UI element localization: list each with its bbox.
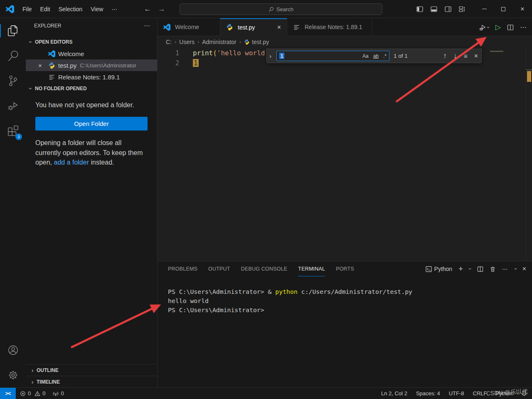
breadcrumb: C: › Users › Administrator › test.py	[158, 36, 532, 47]
activity-explorer[interactable]	[0, 18, 26, 43]
python-icon	[226, 24, 233, 31]
menu-more[interactable]: ⋯	[107, 3, 121, 15]
open-editor-welcome[interactable]: Welcome	[26, 48, 157, 59]
release-notes-icon	[293, 24, 300, 31]
find-widget: › 1 Aa ab .* 1 of 1 ↑ ↓ ≡ ×	[266, 49, 482, 63]
previous-match-icon[interactable]: ↑	[443, 52, 447, 60]
source-control-icon	[8, 76, 18, 86]
kill-terminal-icon[interactable]	[490, 266, 496, 272]
minimap	[490, 51, 503, 52]
no-folder-header[interactable]: › NO FOLDER OPENED	[26, 83, 157, 94]
command-center-search[interactable]: Search	[180, 3, 382, 15]
explorer-actions-icon[interactable]: ⋯	[144, 22, 150, 30]
breadcrumb-item[interactable]: Administrator	[202, 39, 236, 45]
breadcrumb-file[interactable]: test.py	[244, 39, 269, 45]
maximize-button[interactable]	[494, 0, 513, 18]
vscode-logo-icon	[6, 5, 14, 13]
tab-welcome[interactable]: Welcome	[158, 18, 220, 36]
problems-status[interactable]: 0 0	[20, 390, 45, 397]
search-icon	[8, 51, 18, 61]
forward-arrow-icon[interactable]: →	[158, 5, 165, 13]
panel-tab-output[interactable]: OUTPUT	[208, 262, 230, 276]
toggle-panel-icon[interactable]	[431, 6, 437, 12]
editor-more-actions-icon[interactable]: ⋯	[520, 23, 527, 31]
encoding[interactable]: UTF-8	[449, 390, 464, 397]
remote-indicator[interactable]: ><	[0, 388, 16, 399]
cursor-position[interactable]: Ln 2, Col 2	[381, 390, 407, 397]
run-debug-icon	[8, 101, 18, 111]
account-icon	[8, 345, 18, 355]
activity-source-control[interactable]	[0, 68, 26, 93]
outline-section[interactable]: › OUTLINE	[26, 364, 157, 376]
back-arrow-icon[interactable]: ←	[144, 5, 151, 13]
menu-edit[interactable]: Edit	[36, 3, 54, 15]
breadcrumb-item[interactable]: C:	[166, 39, 172, 45]
activity-bar: 3	[0, 18, 26, 387]
sidebar-explorer: EXPLORER ⋯ › OPEN EDITORS Welcome × test…	[26, 18, 158, 387]
activity-extensions[interactable]: 3	[0, 118, 26, 143]
regex-icon[interactable]: .*	[383, 53, 387, 59]
close-find-icon[interactable]: ×	[474, 52, 478, 60]
activity-settings[interactable]	[0, 362, 26, 387]
maximize-panel-icon[interactable]: ›	[512, 268, 518, 270]
panel-tab-terminal[interactable]: TERMINAL	[298, 262, 325, 276]
find-input[interactable]: 1 Aa ab .*	[276, 51, 389, 61]
menu-selection[interactable]: Selection	[54, 3, 87, 15]
terminal-content[interactable]: PS C:\Users\Administrator> & python c:/U…	[158, 276, 532, 315]
terminal-shell-selector[interactable]: Python	[426, 266, 453, 272]
menu-file[interactable]: File	[18, 3, 36, 15]
add-folder-link[interactable]: add a folder	[54, 159, 89, 166]
panel-tab-debug-console[interactable]: DEBUG CONSOLE	[241, 262, 288, 276]
tab-testpy[interactable]: test.py ×	[220, 18, 287, 36]
overview-ruler[interactable]	[526, 47, 532, 261]
next-match-icon[interactable]: ↓	[453, 52, 457, 60]
activity-account[interactable]	[0, 337, 26, 362]
chevron-down-icon: ›	[27, 39, 34, 45]
customize-layout-icon[interactable]	[459, 6, 466, 12]
ports-status[interactable]: 0	[53, 390, 64, 397]
terminal-icon	[426, 266, 432, 272]
find-in-selection-icon[interactable]: ≡	[464, 52, 468, 59]
run-python-file-button[interactable]: ▷	[495, 23, 501, 32]
find-match-highlight: 1	[193, 59, 199, 67]
split-editor-icon[interactable]	[507, 24, 514, 31]
activity-run-debug[interactable]	[0, 93, 26, 118]
panel-more-actions-icon[interactable]: ⋯	[502, 266, 508, 272]
close-editor-icon[interactable]: ×	[38, 62, 48, 69]
debug-run-menu[interactable]: ›	[479, 24, 489, 31]
close-tab-icon[interactable]: ×	[277, 24, 281, 31]
new-terminal-icon[interactable]: +	[458, 265, 463, 273]
titlebar: File Edit Selection View ⋯ ← → Search ×	[0, 0, 532, 18]
activity-search[interactable]	[0, 43, 26, 68]
menu-view[interactable]: View	[86, 3, 107, 15]
panel: PROBLEMS OUTPUT DEBUG CONSOLE TERMINAL P…	[158, 261, 532, 387]
eol-sequence[interactable]: CRLF	[473, 390, 487, 397]
panel-tab-ports[interactable]: PORTS	[336, 262, 354, 276]
open-editor-testpy[interactable]: × test.py C:\Users\Administrator	[26, 59, 157, 71]
close-window-button[interactable]: ×	[513, 0, 532, 18]
chevron-down-icon[interactable]: ›	[467, 268, 473, 270]
match-case-icon[interactable]: Aa	[362, 53, 369, 59]
chevron-right-icon: ›	[175, 39, 176, 45]
release-notes-icon	[48, 74, 57, 81]
status-bar: >< 0 0 0 Ln 2, Col 2 Spaces: 4 UTF-8 CRL…	[0, 387, 532, 399]
open-folder-button[interactable]: Open Folder	[35, 117, 148, 131]
whole-word-icon[interactable]: ab	[373, 53, 379, 59]
indentation[interactable]: Spaces: 4	[416, 390, 440, 397]
toggle-secondary-sidebar-icon[interactable]	[445, 6, 451, 12]
toggle-sidebar-icon[interactable]	[416, 6, 423, 12]
minimize-button[interactable]	[475, 0, 494, 18]
tab-release-notes[interactable]: Release Notes: 1.89.1	[287, 18, 372, 36]
code-editor[interactable]: 1 print('hello world') 2 1 › 1 Aa ab .* …	[158, 47, 532, 261]
timeline-section[interactable]: › TIMELINE	[26, 376, 157, 387]
split-terminal-icon[interactable]	[477, 266, 483, 272]
breadcrumb-item[interactable]: Users	[179, 39, 195, 45]
open-editor-release-notes[interactable]: Release Notes: 1.89.1	[26, 71, 157, 83]
panel-tab-problems[interactable]: PROBLEMS	[168, 262, 197, 276]
close-panel-icon[interactable]: ×	[522, 265, 526, 273]
editor-tabbar: Welcome test.py × Release Notes: 1.89.1 …	[158, 18, 532, 36]
open-editors-header[interactable]: › OPEN EDITORS	[26, 36, 157, 48]
python-icon	[48, 62, 57, 69]
error-icon	[20, 391, 26, 397]
toggle-replace-icon[interactable]: ›	[269, 52, 276, 59]
